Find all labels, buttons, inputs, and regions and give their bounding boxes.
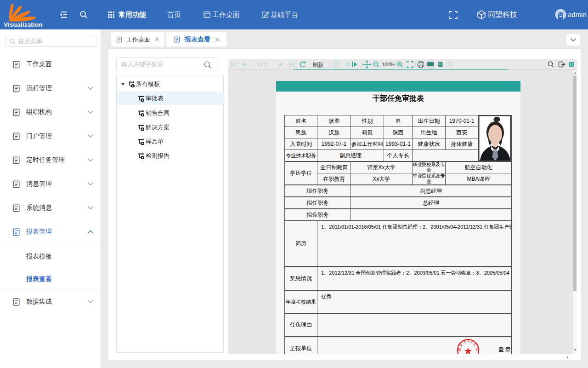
svg-text:1 / 1: 1 / 1 bbox=[257, 62, 266, 67]
